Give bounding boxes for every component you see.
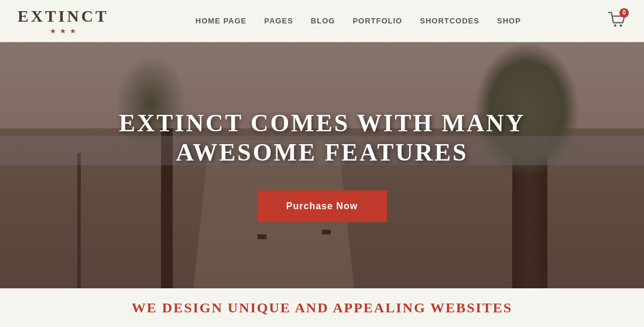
cart-badge: 0: [619, 8, 629, 18]
nav-item-pages[interactable]: PAGES: [264, 16, 293, 25]
hero-title: EXTINCT COMES WITH MANY AWESOME FEATURES: [119, 108, 525, 168]
bottom-section: WE DESIGN UNIQUE AND APPEALING WEBSITES: [0, 288, 644, 327]
hero-content: EXTINCT COMES WITH MANY AWESOME FEATURES…: [119, 108, 525, 223]
logo-star-3: ★: [70, 27, 76, 35]
bottom-tagline: WE DESIGN UNIQUE AND APPEALING WEBSITES: [132, 300, 512, 316]
hero-section: EXTINCT COMES WITH MANY AWESOME FEATURES…: [0, 42, 644, 288]
logo-star-1: ★: [50, 27, 56, 35]
nav-item-shortcodes[interactable]: SHORTCODES: [420, 16, 479, 25]
cart-button[interactable]: 0: [608, 11, 626, 32]
logo-text: EXTINCT: [18, 7, 109, 26]
nav-item-blog[interactable]: BLOG: [311, 16, 335, 25]
nav-item-portfolio[interactable]: PORTFOLIO: [352, 16, 402, 25]
hero-title-line2: AWESOME FEATURES: [176, 139, 468, 166]
nav-item-shop[interactable]: SHOP: [497, 16, 521, 25]
hero-title-line1: EXTINCT COMES WITH MANY: [119, 110, 525, 137]
purchase-now-button[interactable]: Purchase Now: [257, 190, 387, 222]
logo: EXTINCT ★ ★ ★: [18, 7, 109, 35]
main-nav: HOME PAGE PAGES BLOG PORTFOLIO SHORTCODE…: [196, 16, 521, 25]
header: EXTINCT ★ ★ ★ HOME PAGE PAGES BLOG PORTF…: [0, 0, 644, 42]
nav-item-home[interactable]: HOME PAGE: [196, 16, 247, 25]
svg-point-1: [619, 24, 622, 26]
logo-star-2: ★: [60, 27, 66, 35]
svg-point-0: [614, 24, 616, 26]
logo-stars: ★ ★ ★: [50, 27, 76, 35]
